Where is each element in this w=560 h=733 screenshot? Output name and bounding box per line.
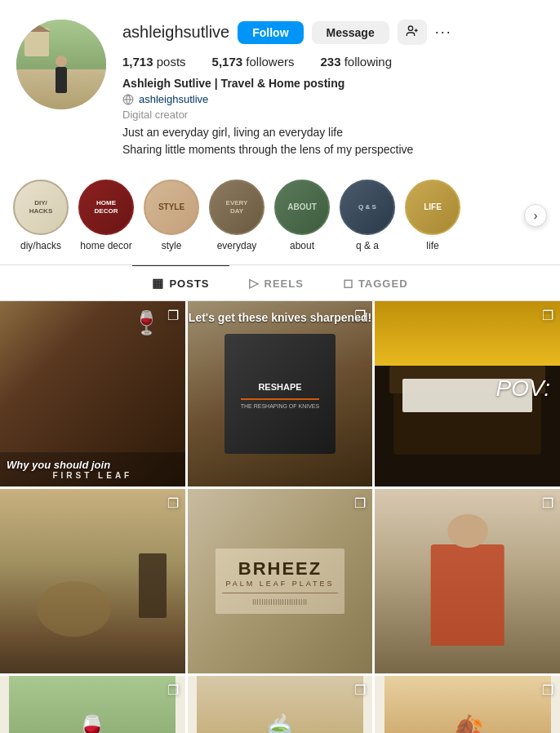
story-inner-home: HOMEDECOR <box>91 196 122 218</box>
story-item-style[interactable]: STYLE style <box>144 180 199 251</box>
tab-tagged[interactable]: ◻ TAGGED <box>323 265 428 300</box>
post-2-multi-icon: ❐ <box>354 308 366 323</box>
story-label-everyday: everyday <box>217 240 257 251</box>
display-name: Ashleigh Sutlive | Travel & Home posting <box>122 77 544 90</box>
story-item-qa[interactable]: Q & S q & a <box>340 180 395 251</box>
story-item-about[interactable]: ABOUT about <box>274 180 330 251</box>
tab-reels[interactable]: ▷ REELS <box>229 265 323 300</box>
post-6-multi-icon: ❐ <box>542 495 553 511</box>
following-stat[interactable]: 233 following <box>320 55 392 69</box>
profile-category: Digital creator <box>122 109 544 121</box>
post-1-multi-icon: ❐ <box>167 308 179 323</box>
story-inner-everyday: EVERYDAY <box>223 196 251 218</box>
story-inner-style: STYLE <box>155 199 188 215</box>
more-options-button[interactable]: ··· <box>435 24 452 41</box>
story-item-home[interactable]: HOMEDECOR home decor <box>78 180 134 251</box>
post-cell-8[interactable]: 🍵 Tea Season WITH RISHI TEA ▶ ❐ <box>188 676 373 733</box>
story-label-qa: q & a <box>356 240 379 251</box>
post-8-multi-icon: ❐ <box>354 682 366 698</box>
story-item-life[interactable]: LIFE life <box>405 180 460 251</box>
post-cell-2[interactable]: RESHAPE THE RESHAPING OF KNIVES Let's ge… <box>188 301 373 486</box>
story-circle-home[interactable]: HOMEDECOR <box>78 180 134 235</box>
post-cell-6[interactable]: ❐ <box>375 489 560 674</box>
post-3-multi-icon: ❐ <box>542 308 553 323</box>
post-5-multi-icon: ❐ <box>354 495 366 511</box>
post-4-multi-icon: ❐ <box>167 495 179 511</box>
follow-button[interactable]: Follow <box>238 21 303 44</box>
profile-section: ashleighsutlive Follow Message ··· 1,713… <box>0 0 560 171</box>
posts-stat[interactable]: 1,713 posts <box>122 55 186 69</box>
stories-section: DIY/HACKS diy/hacks HOMEDECOR home decor… <box>0 171 560 251</box>
story-circle-about[interactable]: ABOUT <box>274 180 330 235</box>
story-inner-life: LIFE <box>420 199 445 215</box>
username: ashleighsutlive <box>122 23 229 42</box>
message-button[interactable]: Message <box>312 21 389 44</box>
story-item-everyday[interactable]: EVERYDAY everyday <box>209 180 264 251</box>
post-cell-9[interactable]: 🍂 Fall Table Design WITH SOPHISTIPLATE ▶… <box>375 676 560 733</box>
story-circle-diy[interactable]: DIY/HACKS <box>13 180 69 235</box>
story-item-diy[interactable]: DIY/HACKS diy/hacks <box>13 180 69 251</box>
post-cell-7[interactable]: 🍷 Wine Shopping WITH FIRST LEAF ▶ ❐ <box>0 676 185 733</box>
story-label-style: style <box>162 240 182 251</box>
post-2-book: RESHAPE THE RESHAPING OF KNIVES <box>224 334 336 454</box>
story-label-home: home decor <box>80 240 131 251</box>
person-add-button[interactable] <box>398 20 427 45</box>
profile-info: ashleighsutlive Follow Message ··· 1,713… <box>122 20 544 158</box>
story-circle-style[interactable]: STYLE <box>144 180 199 235</box>
story-circle-qa[interactable]: Q & S <box>340 180 395 235</box>
globe-icon <box>122 94 134 105</box>
story-inner-about: ABOUT <box>284 199 320 215</box>
story-circle-everyday[interactable]: EVERYDAY <box>209 180 264 235</box>
story-inner-diy: DIY/HACKS <box>26 196 56 218</box>
tabs-row: ▦ POSTS ▷ REELS ◻ TAGGED <box>0 265 560 301</box>
profile-bio: Just an everyday girl, living an everyda… <box>122 124 544 158</box>
post-7-multi-icon: ❐ <box>167 682 179 698</box>
story-circle-life[interactable]: LIFE <box>405 180 460 235</box>
tab-posts[interactable]: ▦ POSTS <box>132 265 229 300</box>
tagged-icon: ◻ <box>343 276 353 291</box>
profile-link[interactable]: ashleighsutlive <box>139 93 208 105</box>
posts-grid: 🍷 Why you should join FIRST LEAF ❐ RESHA… <box>0 301 560 733</box>
story-label-about: about <box>290 240 314 251</box>
post-2-caption: Let's get these knives sharpened! <box>188 311 373 324</box>
followers-stat[interactable]: 5,173 followers <box>212 55 295 69</box>
post-1-caption: Why you should join <box>7 459 179 471</box>
story-inner-qa: Q & S <box>355 200 380 215</box>
stories-next-button[interactable]: › <box>524 204 547 227</box>
post-1-subcaption: FIRST LEAF <box>7 471 179 480</box>
post-9-multi-icon: ❐ <box>542 682 553 698</box>
reels-icon: ▷ <box>249 276 260 291</box>
post-3-caption: POV: <box>496 375 550 402</box>
post-cell-1[interactable]: 🍷 Why you should join FIRST LEAF ❐ <box>0 301 185 486</box>
avatar[interactable] <box>16 20 106 109</box>
stats-row: 1,713 posts 5,173 followers 233 followin… <box>122 55 544 69</box>
story-label-life: life <box>426 240 438 251</box>
profile-top-row: ashleighsutlive Follow Message ··· <box>122 20 544 45</box>
profile-link-row: ashleighsutlive <box>122 93 544 105</box>
post-cell-3[interactable]: POV: ❐ <box>375 301 560 486</box>
post-5-card: BRHEEZ PALM LEAF PLATES ||||||||||||||||… <box>216 549 345 614</box>
story-label-diy: diy/hacks <box>20 240 61 251</box>
stories-scroll: DIY/HACKS diy/hacks HOMEDECOR home decor… <box>13 180 524 251</box>
posts-icon: ▦ <box>152 276 164 291</box>
post-cell-5[interactable]: BRHEEZ PALM LEAF PLATES ||||||||||||||||… <box>188 489 373 674</box>
svg-point-0 <box>408 26 412 30</box>
post-cell-4[interactable]: ❐ <box>0 489 185 674</box>
